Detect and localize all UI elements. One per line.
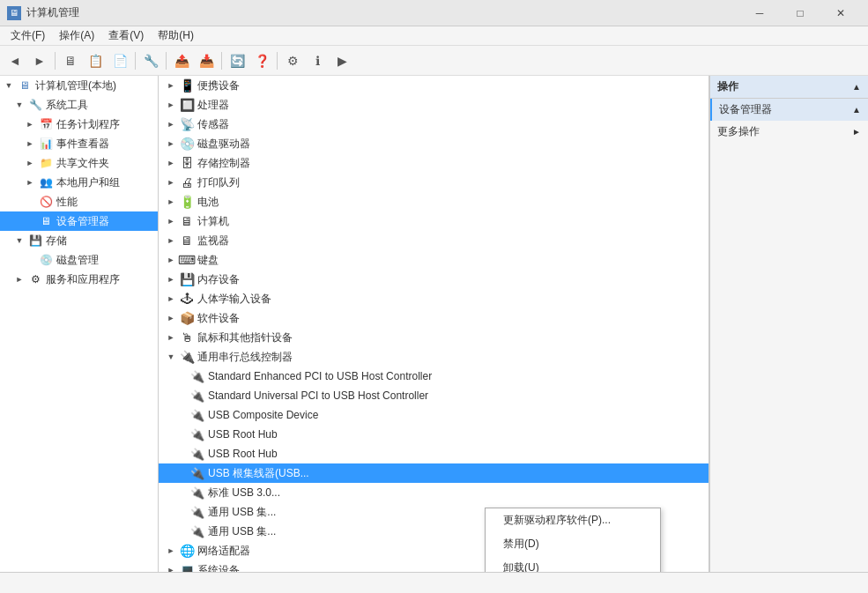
tree-computer[interactable]: ► 🖥 计算机 — [159, 211, 708, 231]
toolbar-help[interactable]: ❓ — [250, 49, 273, 72]
tree-usb-root3[interactable]: 🔌 USB 根集线器(USB... — [159, 463, 708, 483]
shared-folders-icon: 📁 — [38, 155, 54, 171]
tree-usb-root2[interactable]: 🔌 USB Root Hub — [159, 444, 708, 463]
sidebar-system-tools-label: 系统工具 — [46, 98, 88, 113]
menu-file[interactable]: 文件(F) — [4, 26, 52, 45]
computer-tree-label: 计算机 — [197, 214, 229, 229]
usb-root3-icon: 🔌 — [189, 465, 205, 481]
sidebar-dm-label: 设备管理器 — [56, 214, 109, 229]
processor-expand: ► — [166, 100, 176, 110]
sidebar-shared-label: 共享文件夹 — [56, 156, 109, 171]
sidebar-perf-label: 性能 — [56, 195, 78, 210]
toolbar-export[interactable]: 📤 — [170, 49, 193, 72]
sensors-icon: 📡 — [179, 116, 195, 132]
sidebar-event-label: 事件查看器 — [56, 137, 109, 152]
disk-drives-label: 磁盘驱动器 — [197, 137, 250, 152]
right-panel-header: 操作 ▲ — [710, 76, 868, 99]
sidebar-storage[interactable]: ▼ 💾 存储 — [0, 231, 158, 250]
memory-icon: 💾 — [179, 271, 195, 287]
tree-print-queue[interactable]: ► 🖨 打印队列 — [159, 173, 708, 192]
sidebar-task-scheduler[interactable]: ► 📅 任务计划程序 — [0, 115, 158, 134]
expand-icon-users: ► — [25, 177, 35, 188]
tree-usb-root1[interactable]: 🔌 USB Root Hub — [159, 425, 708, 444]
menu-view[interactable]: 查看(V) — [101, 26, 151, 45]
storage-ctrl-label: 存储控制器 — [197, 156, 250, 171]
sidebar-device-manager[interactable]: ► 🖥 设备管理器 — [0, 211, 158, 231]
mice-icon: 🖱 — [179, 330, 195, 345]
toolbar-clipboard[interactable]: 📋 — [84, 49, 107, 72]
tree-std-usb3[interactable]: 🔌 标准 USB 3.0... — [159, 483, 708, 502]
toolbar-import[interactable]: 📥 — [195, 49, 218, 72]
sidebar-root[interactable]: ▼ 🖥 计算机管理(本地) — [0, 76, 158, 95]
battery-icon: 🔋 — [179, 194, 195, 210]
menu-action[interactable]: 操作(A) — [52, 26, 101, 45]
tree-storage-ctrl[interactable]: ► 🗄 存储控制器 — [159, 153, 708, 173]
toolbar-info[interactable]: ℹ — [306, 49, 329, 72]
hid-icon: 🕹 — [179, 291, 195, 307]
tree-portable[interactable]: ► 📱 便携设备 — [159, 76, 708, 95]
mice-expand: ► — [166, 332, 176, 343]
network-label: 网络适配器 — [197, 544, 250, 559]
sidebar-performance[interactable]: ► 🚫 性能 — [0, 192, 158, 211]
toolbar-run[interactable]: ▶ — [330, 49, 353, 72]
tree-processor[interactable]: ► 🔲 处理器 — [159, 95, 708, 115]
sidebar-system-tools[interactable]: ▼ 🔧 系统工具 — [0, 95, 158, 115]
storage-icon: 💾 — [27, 233, 43, 248]
expand-icon-shared: ► — [25, 158, 35, 168]
sidebar-local-users[interactable]: ► 👥 本地用户和组 — [0, 173, 158, 192]
tree-usb-composite[interactable]: 🔌 USB Composite Device — [159, 405, 708, 425]
sidebar-disk-management[interactable]: ► 💿 磁盘管理 — [0, 250, 158, 270]
network-icon: 🌐 — [179, 543, 195, 559]
toolbar-refresh[interactable]: 🔄 — [226, 49, 249, 72]
sidebar-event-viewer[interactable]: ► 📊 事件查看器 — [0, 134, 158, 153]
main-area: ▼ 🖥 计算机管理(本地) ▼ 🔧 系统工具 ► 📅 任务计划程序 ► 📊 事件… — [0, 76, 868, 572]
software-expand: ► — [166, 313, 176, 323]
toolbar-sep1 — [55, 52, 56, 70]
performance-icon: 🚫 — [38, 194, 54, 210]
context-update-driver[interactable]: 更新驱动程序软件(P)... — [486, 508, 660, 532]
close-button[interactable]: ✕ — [820, 0, 861, 26]
expand-icon-storage: ▼ — [14, 235, 25, 246]
minimize-button[interactable]: ─ — [739, 0, 780, 26]
app-icon: 🖥 — [7, 6, 21, 20]
mice-label: 鼠标和其他指针设备 — [197, 330, 293, 345]
tree-disk-drives[interactable]: ► 💿 磁盘驱动器 — [159, 134, 708, 153]
toolbar-tools[interactable]: 🔧 — [139, 49, 162, 72]
right-panel-more-actions[interactable]: 更多操作 ► — [710, 121, 868, 143]
tree-keyboard[interactable]: ► ⌨ 键盘 — [159, 250, 708, 270]
toolbar-sep2 — [135, 52, 136, 70]
tree-sensors[interactable]: ► 📡 传感器 — [159, 115, 708, 134]
software-label: 软件设备 — [197, 311, 240, 326]
right-panel-device-mgr[interactable]: 设备管理器 ▲ — [710, 99, 868, 121]
print-expand: ► — [166, 177, 176, 188]
tree-usb-ctrl[interactable]: ▼ 🔌 通用串行总线控制器 — [159, 347, 708, 367]
usb-root3-label: USB 根集线器(USB... — [208, 466, 309, 481]
tree-mice[interactable]: ► 🖱 鼠标和其他指针设备 — [159, 328, 708, 347]
gen-usb2-label: 通用 USB 集... — [208, 524, 276, 539]
sidebar-services[interactable]: ► ⚙ 服务和应用程序 — [0, 270, 158, 289]
menu-help[interactable]: 帮助(H) — [151, 26, 201, 45]
context-disable[interactable]: 禁用(D) — [486, 532, 660, 556]
tree-monitor[interactable]: ► 🖥 监视器 — [159, 231, 708, 250]
toolbar-doc[interactable]: 📄 — [108, 49, 131, 72]
usb-composite-label: USB Composite Device — [208, 409, 318, 421]
toolbar-forward[interactable]: ► — [28, 49, 51, 72]
tree-pci-usb2[interactable]: 🔌 Standard Universal PCI to USB Host Con… — [159, 386, 708, 405]
memory-label: 内存设备 — [197, 272, 240, 287]
gen-usb1-label: 通用 USB 集... — [208, 505, 276, 520]
sidebar-shared-folders[interactable]: ► 📁 共享文件夹 — [0, 153, 158, 173]
expand-icon-system: ▼ — [14, 100, 25, 110]
toolbar-computer[interactable]: 🖥 — [59, 49, 82, 72]
toolbar-settings[interactable]: ⚙ — [281, 49, 304, 72]
tree-battery[interactable]: ► 🔋 电池 — [159, 192, 708, 211]
tree-pci-usb1[interactable]: 🔌 Standard Enhanced PCI to USB Host Cont… — [159, 367, 708, 386]
right-panel-device-mgr-label: 设备管理器 — [719, 102, 772, 117]
maximize-button[interactable]: □ — [780, 0, 820, 26]
context-uninstall[interactable]: 卸载(U) — [486, 556, 660, 572]
tree-hid[interactable]: ► 🕹 人体学输入设备 — [159, 289, 708, 308]
toolbar-back[interactable]: ◄ — [4, 49, 26, 72]
tree-software-dev[interactable]: ► 📦 软件设备 — [159, 308, 708, 328]
toolbar-sep3 — [166, 52, 167, 70]
pci-usb2-label: Standard Universal PCI to USB Host Contr… — [208, 389, 428, 402]
tree-memory[interactable]: ► 💾 内存设备 — [159, 270, 708, 289]
